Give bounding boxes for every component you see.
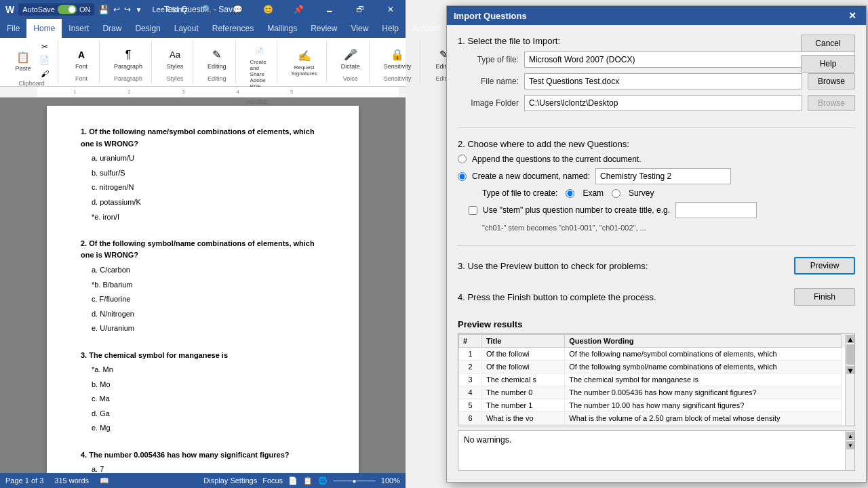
proofing-icon[interactable]: 📖 <box>100 476 109 485</box>
request-sig-label2: Signatures <box>292 70 317 77</box>
document-area: 1. Of the following name/symbol combinat… <box>0 98 406 473</box>
stem-checkbox[interactable] <box>469 206 477 215</box>
warnings-text: No warnings. <box>464 435 511 445</box>
paragraph-btn[interactable]: ¶ Paragraph <box>111 45 146 72</box>
ruler-mark-4: 4 <box>236 89 239 95</box>
col-header-title: Title <box>481 335 564 348</box>
autosave-indicator: AutoSave ON <box>18 3 94 16</box>
divider-1 <box>458 127 855 128</box>
format-painter-icon: 🖌 <box>41 69 49 79</box>
comments-icon[interactable]: 💬 <box>222 0 253 19</box>
restore-btn[interactable]: 🗗 <box>344 0 375 19</box>
undo-icon[interactable]: ↩ <box>113 5 120 14</box>
tab-design[interactable]: Design <box>128 19 167 38</box>
stem-input[interactable] <box>675 202 757 218</box>
dictate-btn[interactable]: 🎤 Dictate <box>338 45 363 72</box>
search-titlebar-icon[interactable]: 🔍 <box>192 0 222 19</box>
tab-mailings[interactable]: Mailings <box>260 19 304 38</box>
tab-insert[interactable]: Insert <box>62 19 96 38</box>
dialog-body: Cancel Help 1. Select the file to Import… <box>447 25 866 482</box>
request-sig-btn[interactable]: ✍ Request Signatures <box>288 46 321 79</box>
finish-button[interactable]: Finish <box>794 288 855 306</box>
font-group-label: Font <box>75 75 87 83</box>
close-btn[interactable]: ✕ <box>375 0 406 19</box>
row3-title: The chemical s <box>481 373 564 386</box>
tab-references[interactable]: References <box>205 19 260 38</box>
q2-opt-b: *b. B/barium <box>92 279 325 291</box>
save-icon[interactable]: 💾 <box>98 5 109 15</box>
title-bar-left: W AutoSave ON 💾 ↩ ↪ ▼ <box>5 3 142 16</box>
table-scrollbar[interactable]: ▲ ▼ <box>845 334 854 426</box>
image-folder-input[interactable] <box>524 95 802 111</box>
preview-section: Preview results # Title Question Wording <box>458 319 855 471</box>
paste-btn[interactable]: 📋 Paste <box>11 47 35 74</box>
preview-button[interactable]: Preview <box>794 257 855 274</box>
file-browse-button[interactable]: Browse <box>808 73 855 89</box>
format-painter-btn[interactable]: 🖌 <box>37 68 52 80</box>
paragraph-group-label: Paragraph <box>114 75 142 83</box>
title-bar-buttons: Lee Clontz 🔍 💬 😊 📌 🗕 🗗 ✕ <box>152 0 406 19</box>
q3-opt-e: e. Mg <box>92 422 325 434</box>
zoom-slider[interactable]: ────●──── <box>333 477 376 485</box>
create-new-radio-row: Create a new document, named: <box>458 168 855 184</box>
view-print-icon[interactable]: 📋 <box>303 476 313 485</box>
warn-scroll-down[interactable]: ▼ <box>846 441 854 449</box>
dialog-title: Import Questions <box>454 11 527 21</box>
view-web-icon[interactable]: 🌐 <box>318 476 328 485</box>
exam-radio[interactable] <box>566 189 574 198</box>
styles-buttons: Aa Styles <box>163 41 187 75</box>
table-row: 5 The number 1 The number 10.00 has how … <box>459 399 854 412</box>
user-name: Lee Clontz <box>152 0 192 19</box>
minimize-btn[interactable]: 🗕 <box>314 0 344 19</box>
ribbon-group-styles: Aa Styles Styles <box>157 41 193 83</box>
styles-btn[interactable]: Aa Styles <box>163 45 187 72</box>
tab-layout[interactable]: Layout <box>167 19 205 38</box>
tab-view[interactable]: View <box>344 19 376 38</box>
ribbon-icon[interactable]: 📌 <box>283 0 314 19</box>
copy-btn[interactable]: 📄 <box>37 54 52 66</box>
word-title-bar: W AutoSave ON 💾 ↩ ↪ ▼ Test Questi... - S… <box>0 0 406 19</box>
tab-home[interactable]: Home <box>26 19 62 38</box>
survey-radio[interactable] <box>612 189 620 198</box>
file-type-create-row: Type of file to create: Exam Survey <box>482 188 855 198</box>
editing-btn[interactable]: ✎ Editing <box>204 45 230 72</box>
tab-file[interactable]: File <box>0 19 26 38</box>
share-icon[interactable]: 😊 <box>253 0 283 19</box>
focus-btn[interactable]: Focus <box>262 476 283 485</box>
redo-icon[interactable]: ↪ <box>124 5 131 14</box>
display-settings-btn[interactable]: Display Settings <box>203 476 257 485</box>
autosave-toggle[interactable] <box>58 5 77 14</box>
divider-2 <box>458 245 855 246</box>
sensitivity-btn[interactable]: 🔒 Sensitivity <box>380 45 415 72</box>
section3-row: 3. Use the Preview button to check for p… <box>458 257 855 274</box>
cancel-button[interactable]: Cancel <box>801 35 855 52</box>
zoom-level[interactable]: 100% <box>381 476 400 485</box>
new-doc-name-input[interactable] <box>595 168 731 184</box>
font-btn[interactable]: A Font <box>69 45 94 72</box>
image-browse-button[interactable]: Browse <box>808 95 855 111</box>
paragraph-icon: ¶ <box>120 47 136 63</box>
customize-icon[interactable]: ▼ <box>135 6 142 14</box>
ribbon-group-font: A Font Font <box>64 41 100 83</box>
scroll-thumb[interactable] <box>846 344 854 365</box>
create-new-radio[interactable] <box>458 172 467 181</box>
create-pdf-btn[interactable]: 📄 Create and Share Adobe PDF <box>247 41 271 92</box>
tab-review[interactable]: Review <box>304 19 344 38</box>
file-name-row: File name: Browse <box>458 73 855 89</box>
scroll-up-btn[interactable]: ▲ <box>846 335 854 343</box>
help-button[interactable]: Help <box>801 55 855 73</box>
append-radio[interactable] <box>458 155 467 163</box>
ribbon-content: 📋 Paste ✂ 📄 🖌 Clipboard A Font Font <box>0 38 406 87</box>
tab-help[interactable]: Help <box>375 19 406 38</box>
warn-scroll-up[interactable]: ▲ <box>846 432 854 440</box>
tab-draw[interactable]: Draw <box>96 19 128 38</box>
warnings-scrollbar[interactable]: ▲ ▼ <box>845 431 854 470</box>
file-name-input[interactable] <box>524 73 802 89</box>
view-normal-icon[interactable]: 📄 <box>288 476 298 485</box>
scroll-down-btn[interactable]: ▼ <box>846 366 854 374</box>
preview-results-title: Preview results <box>458 319 855 329</box>
dialog-close-btn[interactable]: ✕ <box>846 9 859 22</box>
tab-acrobat[interactable]: Acrobat <box>406 19 447 38</box>
cut-btn[interactable]: ✂ <box>37 41 52 53</box>
font-label: Font <box>75 63 87 70</box>
